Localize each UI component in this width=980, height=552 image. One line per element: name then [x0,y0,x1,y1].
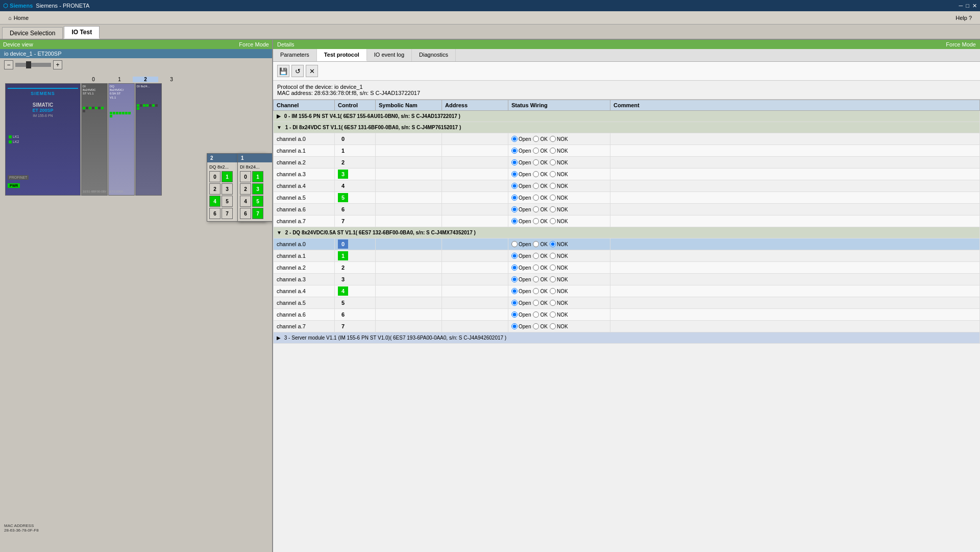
dq-ch1[interactable]: 1 [222,171,233,182]
table-row[interactable]: channel a.1 1 Open OK NOK [274,145,980,157]
ch-comment [610,215,980,227]
ch-control: 1 [335,145,376,157]
ch-status: Open OK NOK [508,321,610,332]
home-icon: ⌂ [8,15,12,21]
ch-comment [610,180,980,192]
section-header-3: ▶ 3 - Server module V1.1 (IM 155-6 PN ST… [274,332,980,344]
table-row[interactable]: channel a.4 4 Open OK NOK [274,285,980,297]
ch-comment [610,192,980,204]
ch-address [442,180,508,192]
di-ch4[interactable]: 4 [240,196,251,207]
ch-name: channel a.3 [274,274,335,285]
table-row[interactable]: channel a.3 3 Open OK NOK [274,169,980,180]
table-row[interactable]: channel a.6 6 Open OK NOK [274,204,980,215]
di-ch1[interactable]: 1 [252,171,263,182]
ch-name: channel a.6 [274,309,335,321]
title-bar: ⬡ Siemens Siemens - PRONETA ─ □ ✕ [0,0,980,11]
di-ch6[interactable]: 6 [240,208,251,219]
table-row[interactable]: channel a.3 3 Open OK NOK [274,274,980,285]
zoom-out-button[interactable]: − [4,60,13,69]
ch-name: channel a.0 [274,238,335,250]
details-header: Details Force Mode [273,40,980,49]
refresh-button[interactable]: ↺ [291,65,304,77]
details-force-mode: Force Mode [946,41,976,47]
tab-parameters[interactable]: Parameters [273,49,317,61]
ch-symbolic [376,133,442,145]
ch-status: Open OK NOK [508,157,610,169]
left-panel: Device view Force Mode io device_1 - ET2… [0,40,273,552]
home-menu-item[interactable]: ⌂ Home [4,14,33,22]
channel-table[interactable]: Channel Control Symbolic Nam Address Sta… [273,100,980,552]
col-status: Status Wiring [508,100,610,111]
tab-test-protocol[interactable]: Test protocol [317,49,367,61]
table-row[interactable]: channel a.7 7 Open OK NOK [274,321,980,332]
table-row[interactable]: channel a.2 2 Open OK NOK [274,157,980,169]
dq-ch0[interactable]: 0 [209,171,220,182]
table-row[interactable]: channel a.4 4 Open OK NOK [274,180,980,192]
pwr-indicator: PWR [8,183,20,188]
ch-control: 4 [335,180,376,192]
dq-ch5[interactable]: 5 [222,196,233,207]
ch-status: Open OK NOK [508,238,610,250]
section3-label: 3 - Server module V1.1 (IM 155-6 PN ST V… [284,335,506,341]
menu-bar: ⌂ Home Help ? [0,11,980,25]
di-ch2[interactable]: 2 [240,183,251,195]
zoom-in-button[interactable]: + [53,60,62,69]
module-2[interactable]: DI 8x24... [135,83,162,196]
table-row[interactable]: channel a.5 5 Open OK NOK [274,192,980,204]
dq-ch6[interactable]: 6 [209,208,220,219]
ch-comment [610,238,980,250]
ch-name: channel a.5 [274,192,335,204]
section-header-2: ▼ 2 - DQ 8x24VDC/0.5A ST V1.1( 6ES7 132-… [274,227,980,238]
et200sp-label: SIMATIC [8,102,78,108]
window-minimize[interactable]: ─ [959,3,963,9]
window-close[interactable]: ✕ [972,3,977,9]
dq-ch7[interactable]: 7 [222,208,233,219]
di-ch3[interactable]: 3 [252,183,263,195]
table-row-selected[interactable]: channel a.0 0 Open OK NOK [274,238,980,250]
di-ch0[interactable]: 0 [240,171,251,182]
save-button[interactable]: 💾 [277,65,289,77]
ch-name: channel a.5 [274,297,335,309]
device-canvas: 0 1 2 3 SIEMENS SIMATIC ET 200SP IM 155-… [0,71,272,543]
ch-control: 5 [335,192,376,204]
tab-diagnostics[interactable]: Diagnostics [412,49,456,61]
table-row[interactable]: channel a.2 2 Open OK NOK [274,262,980,274]
help-button[interactable]: Help ? [951,14,976,22]
tab-io-test[interactable]: IO Test [64,26,100,39]
ch-address [442,133,508,145]
window-maximize[interactable]: □ [966,3,969,9]
zoom-slider[interactable] [15,63,51,67]
dq-ch3[interactable]: 3 [222,183,233,195]
ch-comment [610,133,980,145]
ch-address [442,215,508,227]
tab-io-event-log[interactable]: IO event log [367,49,412,61]
ch-control: 0 [335,133,376,145]
ch-comment [610,274,980,285]
close-button[interactable]: ✕ [306,65,318,77]
col-symbolic: Symbolic Nam [376,100,442,111]
ch-control: 3 [335,169,376,180]
table-row[interactable]: channel a.0 0 Open OK NOK [274,133,980,145]
ch-comment [610,321,980,332]
ch-symbolic [376,309,442,321]
tab-device-selection[interactable]: Device Selection [2,27,63,39]
dq-ch4[interactable]: 4 [209,196,220,207]
module-1[interactable]: DQ 8x24VDC/ 0.5A ST V1.1 [108,83,135,196]
ch-name: channel a.4 [274,180,335,192]
module-0[interactable]: DI 8x24VDC ST V1.1 [81,83,108,196]
details-tabs: Parameters Test protocol IO event log Di… [273,49,980,62]
lk2-led: LK2 [9,140,19,143]
table-row[interactable]: channel a.6 6 Open OK NOK [274,309,980,321]
di-ch7[interactable]: 7 [252,208,263,219]
di-ch5[interactable]: 5 [252,196,263,207]
et200sp-label2: ET 200SP [8,108,78,113]
module-et200sp[interactable]: SIEMENS SIMATIC ET 200SP IM 155-6 PN LK1 [5,83,81,196]
device-name-bar: io device_1 - ET200SP [0,49,272,58]
ch-control: 7 [335,321,376,332]
table-row[interactable]: channel a.1 1 Open OK NOK [274,250,980,262]
table-row[interactable]: channel a.5 5 Open OK NOK [274,297,980,309]
dq-ch2[interactable]: 2 [209,183,220,195]
section2-label: 2 - DQ 8x24VDC/0.5A ST V1.1( 6ES7 132-6B… [285,230,476,235]
table-row[interactable]: channel a.7 7 Open OK NOK [274,215,980,227]
